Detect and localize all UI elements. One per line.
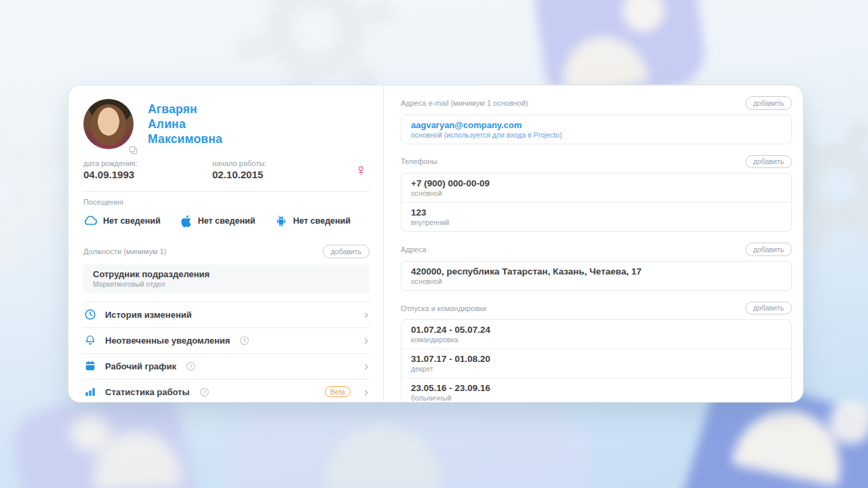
clock-icon [83, 308, 97, 321]
left-menu: История изменений › Неотвеченные уведомл… [83, 302, 370, 403]
visit-android: Нет сведений [274, 214, 370, 228]
phones-box: +7 (900) 000-00-09 основной 123 внутренн… [401, 173, 792, 232]
vacation-dates: 23.05.16 - 23.09.16 [411, 383, 782, 393]
name-line: Максимовна [148, 131, 222, 146]
emails-header: Адреса e-mail (минимум 1 основной) добав… [401, 96, 792, 110]
start-date-label: начало работы: [212, 159, 341, 167]
add-phone-button[interactable]: добавить [745, 155, 792, 169]
chevron-right-icon: › [364, 308, 370, 321]
vacation-type: командировка [411, 336, 782, 344]
phone-item[interactable]: 123 внутренний [401, 202, 791, 231]
phone-value: +7 (900) 000-00-09 [411, 178, 782, 188]
addresses-section: Адреса добавить 420000, республика Татар… [401, 243, 792, 291]
add-email-button[interactable]: добавить [745, 96, 792, 110]
name-line: Алина [148, 117, 222, 131]
avatar[interactable] [83, 99, 134, 149]
address-item[interactable]: 420000, республика Татарстан, Казань, Че… [401, 262, 791, 290]
vacation-item[interactable]: 01.07.24 - 05.07.24 командировка [401, 320, 791, 348]
phone-item[interactable]: +7 (900) 000-00-09 основной [401, 174, 791, 202]
svg-text:?: ? [243, 338, 247, 344]
positions-header: Должности (минимум 1) добавить [83, 245, 370, 258]
position-title: Сотрудник подразделения [93, 269, 360, 279]
help-icon[interactable]: ? [239, 336, 250, 346]
vacation-dates: 31.07.17 - 01.08.20 [411, 354, 782, 364]
emails-section: Адреса e-mail (минимум 1 основной) добав… [401, 96, 792, 144]
add-address-button[interactable]: добавить [745, 243, 792, 256]
menu-item-label: Рабочий график [105, 361, 176, 371]
menu-item-label: Неотвеченные уведомления [105, 336, 230, 346]
svg-text:?: ? [189, 363, 193, 369]
addresses-box: 420000, республика Татарстан, Казань, Че… [401, 261, 792, 291]
position-department: Маркетинговый отдел [93, 280, 360, 288]
bg-gear-left [0, 119, 75, 274]
phone-note: основной [411, 189, 782, 197]
birth-date-value: 04.09.1993 [83, 169, 212, 180]
copy-icon[interactable] [128, 145, 138, 155]
phone-value: 123 [411, 207, 782, 218]
visits-label: Посещения [83, 198, 370, 206]
contacts-column: Адреса e-mail (минимум 1 основной) добав… [384, 85, 803, 402]
vacation-item[interactable]: 23.05.16 - 23.09.16 больничный [401, 378, 791, 403]
cloud-icon [83, 214, 98, 228]
email-item[interactable]: aagvaryan@company.com основной (использу… [401, 115, 791, 144]
chevron-right-icon: › [364, 359, 370, 372]
phone-note: внутренний [411, 218, 782, 226]
address-note: основной [411, 277, 782, 285]
vacations-header: Отпуска и командировки добавить [401, 302, 792, 315]
female-gender-icon: ♀ [355, 162, 370, 178]
addresses-header: Адреса добавить [401, 243, 792, 256]
visit-status: Нет сведений [293, 216, 351, 226]
apple-icon [179, 214, 193, 228]
position-item[interactable]: Сотрудник подразделения Маркетинговый от… [83, 264, 370, 293]
address-value: 420000, республика Татарстан, Казань, Че… [411, 266, 782, 277]
menu-item-label: Статистика работы [105, 387, 190, 397]
start-date-block: начало работы: 02.10.2015 [212, 159, 341, 180]
chevron-right-icon: › [364, 333, 370, 346]
employee-card: Агварян Алина Максимовна дата рождения: … [68, 85, 804, 403]
calendar-icon [83, 359, 97, 373]
beta-badge: Beta [325, 386, 351, 397]
phones-label: Телефоны [401, 157, 437, 165]
emails-box: aagvaryan@company.com основной (использу… [401, 115, 792, 144]
start-date-value: 02.10.2015 [212, 169, 341, 180]
positions-label: Должности (минимум 1) [83, 247, 166, 256]
employee-summary-column: Агварян Алина Максимовна дата рождения: … [68, 85, 383, 402]
divider [83, 191, 370, 192]
email-note: основной (используется для входа в Proje… [411, 131, 782, 139]
menu-item-history[interactable]: История изменений › [83, 302, 370, 328]
help-icon[interactable]: ? [186, 361, 196, 371]
menu-item-notifications[interactable]: Неотвеченные уведомления ? › [83, 328, 370, 354]
bell-icon [83, 333, 97, 347]
dates-row: дата рождения: 04.09.1993 начало работы:… [83, 159, 370, 180]
android-icon [274, 214, 288, 228]
birth-date-label: дата рождения: [83, 159, 212, 167]
menu-item-label: История изменений [105, 310, 192, 320]
employee-name: Агварян Алина Максимовна [148, 102, 222, 149]
stats-icon [83, 385, 97, 399]
phones-header: Телефоны добавить [401, 155, 792, 169]
vacation-type: больничный [411, 394, 782, 402]
emails-label: Адреса e-mail (минимум 1 основной) [401, 99, 528, 107]
menu-item-schedule[interactable]: Рабочий график ? › [83, 354, 370, 380]
vacation-dates: 01.07.24 - 05.07.24 [411, 325, 782, 335]
phones-section: Телефоны добавить +7 (900) 000-00-09 осн… [401, 155, 792, 232]
visit-status: Нет сведений [103, 216, 161, 226]
help-icon[interactable]: ? [199, 387, 210, 397]
visit-ios: Нет сведений [179, 214, 275, 228]
vacations-label: Отпуска и командировки [401, 304, 486, 312]
add-vacation-button[interactable]: добавить [745, 302, 792, 315]
visit-status: Нет сведений [198, 216, 256, 226]
name-line: Агварян [148, 102, 222, 117]
add-position-button[interactable]: добавить [323, 245, 370, 258]
vacations-box: 01.07.24 - 05.07.24 командировка 31.07.1… [401, 319, 792, 403]
vacation-item[interactable]: 31.07.17 - 01.08.20 декрет [401, 348, 791, 378]
visits-row: Нет сведений Нет сведений [83, 214, 370, 228]
profile-header: Агварян Алина Максимовна [83, 99, 370, 149]
menu-item-work-stats[interactable]: Статистика работы ? Beta › [83, 380, 370, 403]
visit-web: Нет сведений [83, 214, 179, 228]
vacations-section: Отпуска и командировки добавить 01.07.24… [401, 302, 792, 403]
addresses-label: Адреса [401, 245, 427, 253]
email-value[interactable]: aagvaryan@company.com [411, 120, 782, 130]
vacation-type: декрет [411, 365, 782, 373]
svg-text:?: ? [203, 389, 206, 395]
